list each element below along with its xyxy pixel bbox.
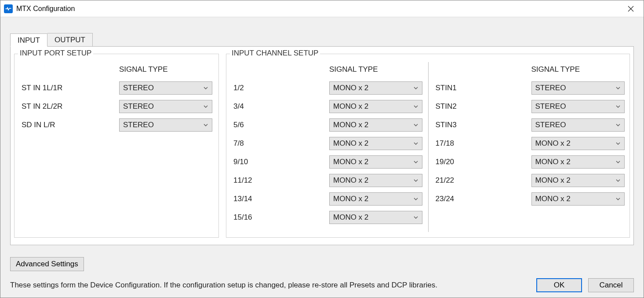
advanced-settings-button[interactable]: Advanced Settings xyxy=(10,257,84,271)
channel-c1-row: 11/12MONO x 2 xyxy=(233,171,424,190)
tab-input[interactable]: INPUT xyxy=(10,33,47,47)
channel-c2-row: STIN1STEREO xyxy=(435,79,625,97)
channel-c2-label: STIN1 xyxy=(435,84,531,92)
channel-c1-label: 9/10 xyxy=(233,158,329,166)
channel-signal-type-header-1: SIGNAL TYPE xyxy=(329,65,378,74)
chevron-down-icon xyxy=(413,196,418,202)
channel-c1-label: 13/14 xyxy=(233,195,329,203)
channel-c1-signal-type-value: MONO x 2 xyxy=(333,139,368,148)
channel-c1-row: 3/4MONO x 2 xyxy=(233,97,424,116)
chevron-down-icon xyxy=(203,85,208,91)
group-title-channel: INPUT CHANNEL SETUP xyxy=(230,49,320,58)
channel-c2-signal-type-select[interactable]: STEREO xyxy=(531,81,625,95)
channel-c2-label: 17/18 xyxy=(435,139,531,148)
channel-c2-signal-type-select[interactable]: MONO x 2 xyxy=(531,174,625,187)
channel-c2-signal-type-value: MONO x 2 xyxy=(535,139,571,148)
group-input-port-setup: INPUT PORT SETUP SIGNAL TYPE ST IN 1L/1R… xyxy=(14,54,219,238)
channel-c1-signal-type-select[interactable]: MONO x 2 xyxy=(329,81,422,95)
app-icon xyxy=(4,4,13,13)
channel-c1-label: 3/4 xyxy=(233,102,329,111)
channel-c2-signal-type-value: STEREO xyxy=(535,102,566,111)
channel-c1-signal-type-select[interactable]: MONO x 2 xyxy=(329,100,422,113)
group-input-channel-setup: INPUT CHANNEL SETUP SIGNAL TYPE 1/2MONO … xyxy=(226,54,630,238)
chevron-down-icon xyxy=(615,196,621,202)
channel-c1-signal-type-value: MONO x 2 xyxy=(333,195,368,203)
chevron-down-icon xyxy=(615,178,621,183)
chevron-down-icon xyxy=(203,122,208,128)
channel-c2-signal-type-value: MONO x 2 xyxy=(535,195,571,203)
footer-note: These settings form the Device Configura… xyxy=(10,281,530,290)
port-signal-type-select[interactable]: STEREO xyxy=(119,100,212,113)
channel-c1-label: 15/16 xyxy=(233,213,329,222)
channel-c1-row: 5/6MONO x 2 xyxy=(233,116,424,134)
chevron-down-icon xyxy=(615,104,621,109)
port-signal-type-value: STEREO xyxy=(123,102,154,111)
channel-c1-row: 7/8MONO x 2 xyxy=(233,134,424,153)
port-signal-type-header: SIGNAL TYPE xyxy=(119,65,168,74)
chevron-down-icon xyxy=(413,104,418,109)
channel-c1-signal-type-value: MONO x 2 xyxy=(333,213,368,222)
port-row: ST IN 1L/1RSTEREO xyxy=(21,79,212,97)
channel-c2-signal-type-select[interactable]: MONO x 2 xyxy=(531,137,625,150)
channel-c1-label: 7/8 xyxy=(233,139,329,148)
channel-c1-row: 9/10MONO x 2 xyxy=(233,153,424,171)
port-label: SD IN L/R xyxy=(21,121,119,129)
footer: Advanced Settings These settings form th… xyxy=(10,257,634,292)
group-title-port: INPUT PORT SETUP xyxy=(18,49,93,58)
port-signal-type-value: STEREO xyxy=(123,121,154,129)
channel-c1-signal-type-value: MONO x 2 xyxy=(333,84,368,92)
tabpanel-input: INPUT PORT SETUP SIGNAL TYPE ST IN 1L/1R… xyxy=(10,46,634,245)
channel-c2-row: STIN2STEREO xyxy=(435,97,625,116)
tab-output[interactable]: OUTPUT xyxy=(47,33,93,46)
channel-c2-label: 23/24 xyxy=(435,195,531,203)
channel-c2-signal-type-value: STEREO xyxy=(535,84,566,92)
port-signal-type-select[interactable]: STEREO xyxy=(119,81,212,95)
channel-c2-signal-type-select[interactable]: MONO x 2 xyxy=(531,155,625,169)
channel-c2-row: 21/22MONO x 2 xyxy=(435,171,625,190)
port-row: ST IN 2L/2RSTEREO xyxy=(21,97,212,116)
close-button[interactable] xyxy=(621,2,641,16)
channel-c1-signal-type-select[interactable]: MONO x 2 xyxy=(329,118,422,132)
channel-c2-label: 19/20 xyxy=(435,158,531,166)
channel-c1-signal-type-select[interactable]: MONO x 2 xyxy=(329,137,422,150)
channel-c1-row: 1/2MONO x 2 xyxy=(233,79,424,97)
channel-c2-signal-type-select[interactable]: STEREO xyxy=(531,118,625,132)
port-row: SD IN L/RSTEREO xyxy=(21,116,212,134)
tabstrip: INPUT OUTPUT xyxy=(0,17,644,46)
chevron-down-icon xyxy=(615,122,621,128)
channel-c1-signal-type-select[interactable]: MONO x 2 xyxy=(329,211,422,224)
window-title: MTX Configuration xyxy=(16,5,75,13)
channel-c1-row: 15/16MONO x 2 xyxy=(233,208,424,227)
channel-c2-signal-type-value: MONO x 2 xyxy=(535,176,571,185)
chevron-down-icon xyxy=(615,85,621,91)
channel-c2-row: STIN3STEREO xyxy=(435,116,625,134)
channel-c2-signal-type-select[interactable]: MONO x 2 xyxy=(531,192,625,206)
chevron-down-icon xyxy=(413,215,418,220)
chevron-down-icon xyxy=(413,178,418,183)
channel-c1-signal-type-select[interactable]: MONO x 2 xyxy=(329,192,422,206)
channel-c1-signal-type-value: MONO x 2 xyxy=(333,158,368,166)
chevron-down-icon xyxy=(413,122,418,128)
channel-c1-signal-type-select[interactable]: MONO x 2 xyxy=(329,174,422,187)
channel-c1-label: 1/2 xyxy=(233,84,329,92)
ok-button[interactable]: OK xyxy=(536,278,582,292)
chevron-down-icon xyxy=(203,104,208,109)
port-label: ST IN 1L/1R xyxy=(21,84,119,92)
channel-c1-signal-type-select[interactable]: MONO x 2 xyxy=(329,155,422,169)
port-label: ST IN 2L/2R xyxy=(21,102,119,111)
channel-c1-label: 11/12 xyxy=(233,176,329,185)
channel-c1-row: 13/14MONO x 2 xyxy=(233,190,424,208)
chevron-down-icon xyxy=(615,141,621,146)
channel-signal-type-header-2: SIGNAL TYPE xyxy=(531,65,580,74)
cancel-button[interactable]: Cancel xyxy=(588,278,634,292)
channel-c2-signal-type-value: MONO x 2 xyxy=(535,158,571,166)
chevron-down-icon xyxy=(413,141,418,146)
channel-c2-row: 19/20MONO x 2 xyxy=(435,153,625,171)
channel-c2-label: STIN2 xyxy=(435,102,531,111)
channel-c2-signal-type-select[interactable]: STEREO xyxy=(531,100,625,113)
port-signal-type-select[interactable]: STEREO xyxy=(119,118,212,132)
titlebar: MTX Configuration xyxy=(0,0,644,17)
channel-c1-signal-type-value: MONO x 2 xyxy=(333,102,368,111)
port-signal-type-value: STEREO xyxy=(123,84,154,92)
channel-c2-row: 23/24MONO x 2 xyxy=(435,190,625,208)
